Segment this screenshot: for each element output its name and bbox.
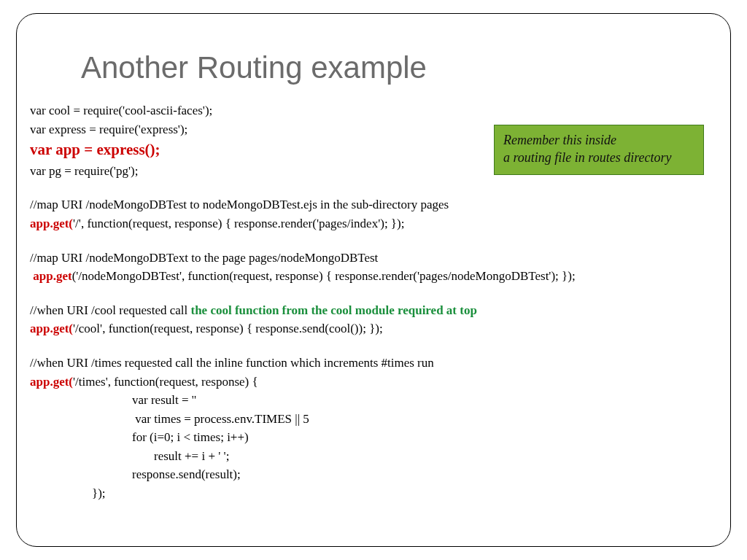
code-keyword: app.get( <box>30 375 73 389</box>
callout-line-2: a routing file in routes directory <box>503 149 694 166</box>
code-line: }); <box>30 484 717 503</box>
code-comment: //map URI /nodeMongoDBText to the page p… <box>30 249 717 268</box>
reminder-callout: Remember this inside a routing file in r… <box>494 125 704 175</box>
blank-line <box>30 338 717 354</box>
callout-line-1: Remember this inside <box>503 131 694 149</box>
code-line: app.get('/times', function(request, resp… <box>30 373 717 392</box>
blank-line <box>30 286 717 301</box>
code-text: '/times', function(request, response) { <box>73 375 258 389</box>
code-line: var result = '' <box>30 391 717 410</box>
code-highlight: the cool function from the cool module r… <box>190 303 476 317</box>
code-line: var cool = require('cool-ascii-faces'); <box>30 101 717 120</box>
code-line: for (i=0; i < times; i++) <box>30 428 717 447</box>
code-line: app.get('/cool', function(request, respo… <box>30 319 717 338</box>
code-keyword: app.get( <box>30 322 73 335</box>
code-line: response.send(result); <box>30 465 717 484</box>
code-line: var times = process.env.TIMES || 5 <box>30 410 717 429</box>
code-line: app.get('/nodeMongoDBTest', function(req… <box>30 267 717 286</box>
blank-line <box>30 233 717 248</box>
slide: Another Routing example Remember this in… <box>0 0 747 560</box>
page-title: Another Routing example <box>81 50 717 85</box>
code-text: ('/nodeMongoDBTest', function(request, r… <box>72 269 576 283</box>
code-comment: //map URI /nodeMongoDBTest to nodeMongoD… <box>30 195 717 214</box>
code-keyword: app.get <box>30 269 72 283</box>
code-text: '/', function(request, response) { respo… <box>73 217 404 230</box>
code-text: //when URI /cool requested call <box>30 303 190 317</box>
code-line: app.get('/', function(request, response)… <box>30 214 717 233</box>
code-comment: //when URI /times requested call the inl… <box>30 354 717 373</box>
code-text: '/cool', function(request, response) { r… <box>73 322 383 335</box>
slide-frame: Another Routing example Remember this in… <box>16 13 731 547</box>
code-comment: //when URI /cool requested call the cool… <box>30 301 717 320</box>
code-keyword: app.get( <box>30 217 73 230</box>
blank-line <box>30 180 717 195</box>
code-line: result += i + ' '; <box>30 447 717 466</box>
